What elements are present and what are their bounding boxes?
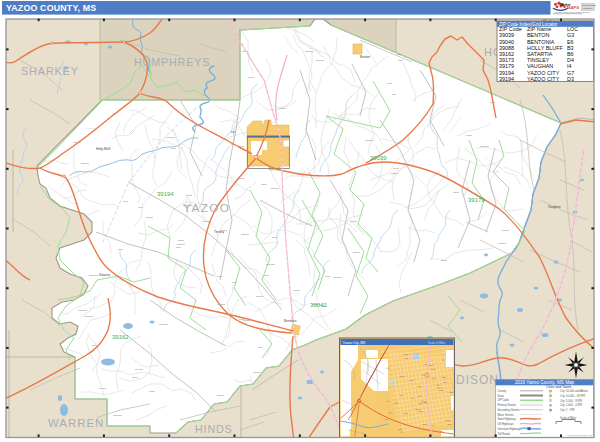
svg-text:City: 50,000 and Above: City: 50,000 and Above (560, 389, 588, 393)
svg-text:TINSLEY: TINSLEY (527, 57, 550, 63)
svg-text:Primary Streets: Primary Streets (498, 403, 517, 407)
svg-text:ZIP Code: ZIP Code (499, 26, 522, 32)
svg-text:State: State (498, 394, 505, 398)
svg-text:HINDS: HINDS (195, 423, 233, 435)
svg-text:Scale of Miles: Scale of Miles (428, 341, 446, 345)
svg-text:HUMPHREYS: HUMPHREYS (134, 56, 210, 68)
svg-text:BENTONIA: BENTONIA (527, 39, 555, 45)
svg-text:39194: 39194 (499, 76, 514, 82)
svg-text:Toll Roads: Toll Roads (498, 432, 511, 436)
svg-text:Holly Bluff: Holly Bluff (96, 147, 110, 151)
svg-text:LOC: LOC (567, 26, 578, 32)
svg-text:City: 10,000 - 49,999: City: 10,000 - 49,999 (560, 394, 585, 398)
svg-text:39173: 39173 (499, 57, 514, 63)
svg-text:YAZOO COUNTY, MS: YAZOO COUNTY, MS (6, 3, 96, 13)
svg-text:D4: D4 (567, 57, 574, 63)
svg-text:Copyright MarketMAPS: Copyright MarketMAPS (567, 434, 592, 437)
svg-text:39194: 39194 (499, 70, 514, 76)
svg-text:DesktopMaps: DesktopMaps (583, 4, 597, 6)
svg-text:America's Leading Source of Bu: America's Leading Source of Business Map… (554, 11, 590, 13)
svg-text:39179: 39179 (468, 197, 485, 203)
svg-text:39194: 39194 (157, 191, 174, 197)
svg-text:City: 1 - 999: City: 1 - 999 (560, 408, 575, 412)
svg-text:D3: D3 (567, 76, 574, 82)
svg-text:39039: 39039 (499, 32, 514, 38)
svg-text:Satartia: Satartia (99, 273, 110, 277)
svg-text:US Highways: US Highways (498, 422, 515, 426)
svg-text:Interstate Highways: Interstate Highways (498, 427, 522, 431)
svg-text:B6: B6 (567, 51, 574, 57)
svg-text:39039: 39039 (370, 155, 387, 161)
svg-text:WARREN: WARREN (48, 417, 104, 429)
svg-text:B3: B3 (567, 45, 574, 51)
svg-text:39179: 39179 (499, 63, 514, 69)
svg-text:VAUGHAN: VAUGHAN (527, 63, 553, 69)
svg-text:Tinsley: Tinsley (214, 230, 224, 234)
svg-text:YAZOO CITY: YAZOO CITY (527, 70, 560, 76)
svg-text:Benton: Benton (360, 55, 370, 59)
svg-text:ZIP Name: ZIP Name (527, 26, 551, 32)
svg-text:39088: 39088 (499, 45, 514, 51)
svg-text:Bentonia: Bentonia (284, 319, 297, 323)
svg-text:WallMaps: WallMaps (583, 7, 593, 9)
svg-text:Cities and Towns: Cities and Towns (546, 385, 572, 389)
svg-text:39040: 39040 (310, 302, 327, 308)
svg-text:39040: 39040 (499, 39, 514, 45)
svg-text:E6: E6 (567, 39, 574, 45)
svg-text:Vaughan: Vaughan (548, 205, 561, 209)
svg-text:G3: G3 (567, 32, 574, 38)
svg-text:39162: 39162 (499, 51, 514, 57)
svg-text:County: County (498, 389, 507, 393)
svg-text:ZIP Code: ZIP Code (498, 398, 510, 402)
svg-text:Yazoo City, MS: Yazoo City, MS (343, 341, 367, 345)
svg-text:YAZOO: YAZOO (183, 201, 230, 215)
svg-text:BENTON: BENTON (527, 32, 549, 38)
svg-text:MAPS: MAPS (567, 5, 580, 10)
svg-text:39162: 39162 (112, 334, 129, 340)
svg-text:Scale of Miles: Scale of Miles (560, 416, 577, 420)
svg-text:City: 1,000 - 4,999: City: 1,000 - 4,999 (560, 403, 582, 407)
svg-text:HOLLY BLUFF: HOLLY BLUFF (527, 45, 563, 51)
svg-text:State Highways: State Highways (498, 417, 517, 421)
svg-text:G7: G7 (567, 70, 574, 76)
svg-text:SHARKEY: SHARKEY (21, 65, 79, 77)
svg-text:Minor Streets: Minor Streets (498, 413, 515, 417)
svg-text:I4: I4 (567, 63, 572, 69)
svg-text:Secondary Streets: Secondary Streets (498, 408, 521, 412)
svg-text:SATARTIA: SATARTIA (527, 51, 553, 57)
svg-text:YAZOO CITY: YAZOO CITY (527, 76, 560, 82)
svg-text:City: 5,000 - 9,999: City: 5,000 - 9,999 (560, 399, 582, 403)
